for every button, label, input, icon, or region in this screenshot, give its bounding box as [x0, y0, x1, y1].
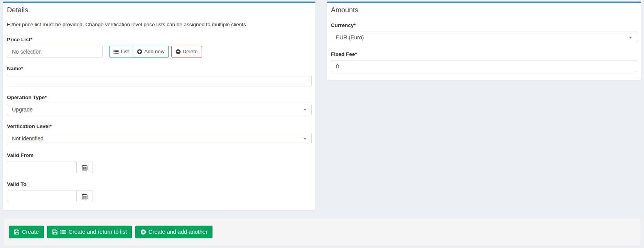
details-panel-title: Details: [7, 6, 28, 14]
price-list-delete-button-label: Delete: [183, 49, 198, 54]
valid-to-label: Valid To: [7, 182, 312, 187]
price-list-list-button-label: List: [121, 49, 129, 54]
valid-from-label: Valid From: [7, 153, 312, 158]
fixed-fee-input[interactable]: [331, 61, 637, 72]
operation-type-field-group: Operation Type* Upgrade: [7, 95, 312, 115]
create-and-return-button[interactable]: Create and return to list: [47, 226, 132, 238]
amounts-panel-title: Amounts: [331, 6, 358, 14]
verification-level-field-group: Verification Level* Not identified: [7, 124, 312, 144]
create-and-add-another-button[interactable]: Create and add another: [135, 226, 212, 238]
create-and-add-another-button-label: Create and add another: [148, 229, 207, 235]
price-list-button-group: List Add new: [109, 46, 169, 57]
valid-from-input[interactable]: [7, 162, 77, 173]
currency-select[interactable]: EUR (Euro): [331, 32, 637, 43]
price-list-field-group: Price List* List: [7, 37, 312, 57]
valid-from-field-group: Valid From: [7, 153, 312, 173]
verification-level-label: Verification Level*: [7, 124, 312, 129]
list-icon: [113, 49, 119, 54]
minus-circle-icon: [175, 49, 181, 54]
calendar-icon: [82, 165, 88, 170]
fixed-fee-label: Fixed Fee*: [331, 52, 637, 57]
operation-type-select[interactable]: Upgrade: [7, 104, 312, 115]
valid-from-datepicker-button[interactable]: [77, 162, 93, 173]
save-icon: [14, 229, 20, 235]
calendar-icon: [82, 194, 88, 199]
verification-level-select[interactable]: Not identified: [7, 133, 312, 144]
currency-field-group: Currency* EUR (Euro): [331, 23, 637, 43]
fixed-fee-field-group: Fixed Fee*: [331, 52, 637, 72]
price-list-list-button[interactable]: List: [109, 46, 133, 57]
amounts-panel-header: Amounts: [327, 3, 641, 15]
create-button[interactable]: Create: [9, 226, 44, 238]
name-label: Name*: [7, 66, 312, 71]
save-icon: [52, 229, 58, 235]
details-panel-header: Details: [3, 3, 315, 15]
operation-type-label: Operation Type*: [7, 95, 312, 100]
plus-circle-icon: [140, 229, 146, 235]
valid-to-field-group: Valid To: [7, 182, 312, 202]
create-button-label: Create: [22, 229, 39, 235]
name-input[interactable]: [7, 75, 312, 86]
plus-circle-icon: [137, 49, 142, 54]
currency-label: Currency*: [331, 23, 637, 28]
name-field-group: Name*: [7, 66, 312, 86]
details-help-text: Either price list must be provided. Chan…: [7, 21, 312, 28]
amounts-panel: Amounts Currency* EUR (Euro) Fixed Fee*: [327, 2, 641, 80]
list-icon: [60, 229, 66, 235]
valid-to-input[interactable]: [7, 191, 77, 202]
valid-to-datepicker-button[interactable]: [77, 191, 93, 202]
price-list-input[interactable]: [7, 46, 103, 57]
form-content: Details Either price list must be provid…: [0, 0, 644, 210]
create-and-return-button-label: Create and return to list: [68, 229, 127, 235]
details-panel: Details Either price list must be provid…: [3, 2, 315, 210]
price-list-delete-button[interactable]: Delete: [171, 46, 202, 57]
price-list-label: Price List*: [7, 37, 312, 42]
form-action-bar: Create Create and return to list Create …: [3, 218, 641, 246]
price-list-add-new-button-label: Add new: [144, 49, 165, 54]
price-list-add-new-button[interactable]: Add new: [133, 46, 169, 57]
